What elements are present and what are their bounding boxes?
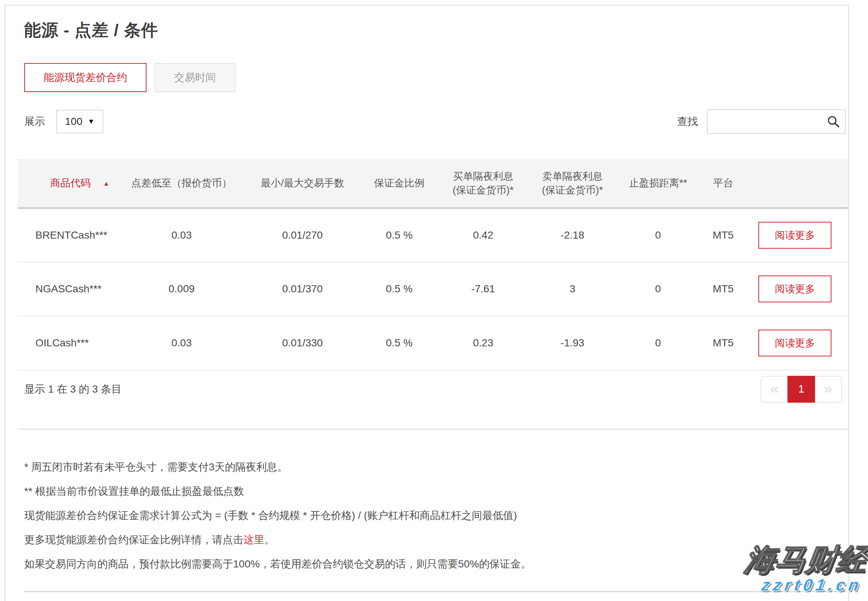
watermark-site: zzrt01.cn [741,576,866,594]
show-label: 展示 [24,114,45,129]
footnote-margin-details: 更多现货能源差价合约保证金比例详情，请点击这里。 [24,534,848,545]
cell-margin: 0.5 % [366,208,433,262]
cell-product-code: NGASCash*** [18,262,124,316]
cell-stop-distance: 0 [612,208,705,262]
page-size-select[interactable]: 100 ▼ [56,110,103,133]
cell-buy-swap: 0.42 [433,208,534,262]
search-label: 查找 [677,114,698,129]
cell-actions: 阅读更多 [742,262,848,316]
cell-platform: MT5 [704,208,741,262]
table-row: NGASCash*** 0.009 0.01/370 0.5 % -7.61 3… [18,262,848,316]
search-box [707,109,846,134]
cell-lots: 0.01/370 [240,262,366,316]
footnote-stop-levels: ** 根据当前市价设置挂单的最低止损盈最低点数 [24,486,848,497]
cell-actions: 阅读更多 [742,208,848,262]
content-card: 能源 - 点差 / 条件 能源现货差价合约 交易时间 展示 100 ▼ 查找 [5,5,849,601]
footnote-margin-formula: 现货能源差价合约保证金需求计算公式为 = (手数 * 合约规模 * 开仓价格) … [24,510,848,521]
cell-buy-swap: 0.23 [433,316,534,370]
footnote-overnight: * 周五闭市时若有未平仓头寸，需要支付3天的隔夜利息。 [24,462,848,473]
table-controls: 展示 100 ▼ 查找 [24,109,848,134]
cell-sell-swap: -2.18 [534,208,612,262]
cell-buy-swap: -7.61 [433,262,534,316]
sort-asc-icon: ▲ [103,180,110,187]
tab-bar: 能源现货差价合约 交易时间 [24,63,848,92]
pager: « 1 » [761,376,842,403]
here-link[interactable]: 这里 [244,534,264,545]
col-header-actions [742,160,848,208]
page-title: 能源 - 点差 / 条件 [24,20,848,40]
chevron-down-icon: ▼ [88,117,95,126]
pagination-next-button[interactable]: » [815,376,842,403]
watermark-brand: 海马财经 [743,545,868,576]
bottom-divider [24,591,847,592]
cell-spread: 0.009 [124,262,240,316]
pagination-summary: 显示 1 在 3 的 3 条目 [24,382,122,396]
cell-product-code: BRENTCash*** [18,208,124,262]
watermark: 海马财经 zzrt01.cn [741,545,868,594]
cell-actions: 阅读更多 [742,316,848,370]
read-more-button[interactable]: 阅读更多 [758,276,831,302]
page-size-value: 100 [65,116,82,128]
cell-spread: 0.03 [124,208,240,262]
col-header-buy-swap[interactable]: 买单隔夜利息 (保证金货币)* [433,160,534,208]
cell-margin: 0.5 % [366,316,433,370]
table-row: BRENTCash*** 0.03 0.01/270 0.5 % 0.42 -2… [18,208,848,262]
pagination-row: 显示 1 在 3 的 3 条目 « 1 » [24,376,848,403]
cell-stop-distance: 0 [612,262,705,316]
col-header-lots[interactable]: 最小/最大交易手数 [240,160,366,208]
cell-sell-swap: -1.93 [534,316,612,370]
cell-platform: MT5 [704,316,741,370]
table-header-row: 商品代码 ▲ 点差低至（报价货币） 最小/最大交易手数 保证金比例 买单隔夜利息… [18,160,848,208]
tab-trading-hours[interactable]: 交易时间 [155,63,235,92]
section-divider [18,429,848,430]
col-header-sell-swap[interactable]: 卖单隔夜利息 (保证金货币)* [534,160,612,208]
col-header-platform[interactable]: 平台 [704,160,741,208]
cell-sell-swap: 3 [534,262,612,316]
cell-lots: 0.01/270 [240,208,366,262]
table-row: OILCash*** 0.03 0.01/330 0.5 % 0.23 -1.9… [18,316,848,370]
spreads-table: 商品代码 ▲ 点差低至（报价货币） 最小/最大交易手数 保证金比例 买单隔夜利息… [18,159,848,371]
cell-stop-distance: 0 [612,316,705,370]
cell-platform: MT5 [704,262,741,316]
footnote-hedging: 如果交易同方向的商品，预付款比例需要高于100%，若使用差价合约锁仓交易的话，则… [24,558,848,570]
tab-energy-spot-cfd[interactable]: 能源现货差价合约 [24,63,146,92]
page: 能源 - 点差 / 条件 能源现货差价合约 交易时间 展示 100 ▼ 查找 [0,0,868,601]
col-header-spread[interactable]: 点差低至（报价货币） [124,160,240,208]
read-more-button[interactable]: 阅读更多 [758,329,831,357]
cell-product-code: OILCash*** [18,316,124,370]
pagination-page-1[interactable]: 1 [787,376,815,403]
cell-margin: 0.5 % [366,262,433,316]
col-header-margin[interactable]: 保证金比例 [366,160,433,208]
footnotes: * 周五闭市时若有未平仓头寸，需要支付3天的隔夜利息。 ** 根据当前市价设置挂… [18,462,848,570]
col-header-product-code[interactable]: 商品代码 ▲ [18,160,124,208]
read-more-button[interactable]: 阅读更多 [758,222,831,249]
search-icon[interactable] [827,115,840,128]
col-header-stop-distance[interactable]: 止盈损距离** [612,160,705,208]
search-input[interactable] [708,110,845,133]
pagination-prev-button[interactable]: « [761,376,787,403]
cell-lots: 0.01/330 [240,316,366,370]
col-header-label: 商品代码 [50,177,91,189]
cell-spread: 0.03 [124,316,240,370]
